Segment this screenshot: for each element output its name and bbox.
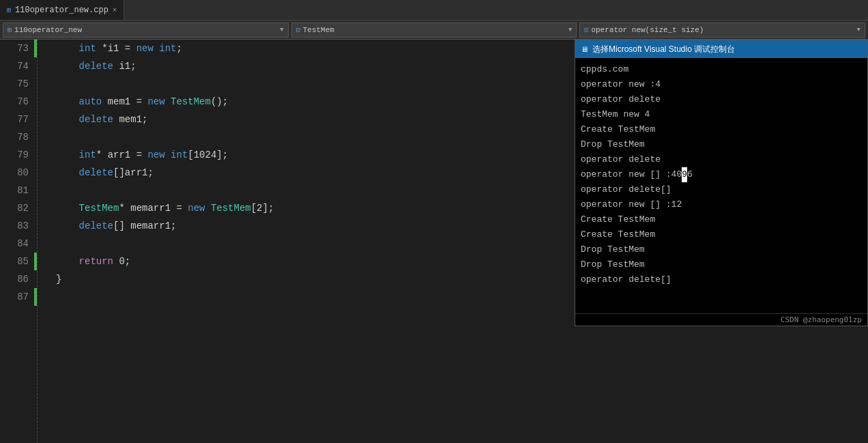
console-line: operator new :4 — [581, 77, 862, 92]
method-dropdown-arrow: ▼ — [568, 27, 572, 33]
scope-line — [38, 199, 49, 217]
console-line: Drop TestMem — [581, 137, 862, 152]
console-output: cppds.comoperator new :4operator deleteT… — [575, 58, 867, 313]
scope-indicator — [37, 40, 49, 443]
console-line: Drop TestMem — [581, 257, 862, 272]
scope-line — [38, 182, 49, 199]
console-line: operator delete[] — [581, 272, 862, 287]
console-line: cppds.com — [581, 62, 862, 77]
tab-filename: 110operator_new.cpp — [15, 5, 108, 15]
line-number: 73 — [5, 40, 29, 57]
debug-console: 🖥 选择Microsoft Visual Studio 调试控制台 cppds.… — [575, 40, 868, 326]
scope-line — [38, 217, 49, 235]
console-line: Create TestMem — [581, 212, 862, 227]
method-icon: ⊡ — [296, 26, 300, 34]
file-dropdown[interactable]: ⊞ 110operator_new ▼ — [3, 23, 289, 38]
console-icon: 🖥 — [581, 45, 588, 53]
line-numbers: 737475767778798081828384858687 — [0, 40, 34, 443]
line-number: 76 — [5, 93, 29, 111]
line-number: 80 — [5, 164, 29, 182]
line-number: 86 — [5, 270, 29, 288]
tab-close-button[interactable]: × — [113, 6, 117, 14]
scope-line — [38, 253, 49, 270]
line-number: 84 — [5, 235, 29, 253]
cursor: 9 — [682, 167, 687, 182]
scope-line — [38, 146, 49, 164]
file-dropdown-arrow: ▼ — [280, 27, 283, 33]
scope-line — [38, 93, 49, 111]
scope-line — [38, 75, 49, 93]
scope-line — [38, 288, 49, 306]
scope-line — [38, 57, 49, 75]
scope-dropdown-arrow: ▼ — [857, 27, 860, 33]
line-number: 78 — [5, 128, 29, 146]
editor-container: 737475767778798081828384858687 int *i1 =… — [0, 40, 868, 443]
method-dropdown-label: TestMem — [303, 26, 334, 34]
console-line: operator delete — [581, 92, 862, 107]
console-title-bar[interactable]: 🖥 选择Microsoft Visual Studio 调试控制台 — [575, 40, 867, 58]
method-dropdown[interactable]: ⊡ TestMem ▼ — [291, 23, 577, 38]
line-number: 74 — [5, 57, 29, 75]
scope-dropdown[interactable]: ⊡ operator new(size_t size) ▼ — [579, 23, 865, 38]
console-footer: CSDN @zhaopeng01zp — [575, 313, 867, 326]
editor-tab[interactable]: ⊞ 110operator_new.cpp × — [0, 0, 124, 20]
line-number: 85 — [5, 253, 29, 270]
scope-line — [38, 164, 49, 182]
line-number: 77 — [5, 111, 29, 128]
scope-dropdown-label: operator new(size_t size) — [591, 26, 704, 34]
toolbar: ⊞ 110operator_new ▼ ⊡ TestMem ▼ ⊡ operat… — [0, 20, 868, 40]
console-line: Create TestMem — [581, 227, 862, 242]
line-number: 81 — [5, 182, 29, 199]
console-title: 选择Microsoft Visual Studio 调试控制台 — [592, 44, 735, 55]
cpp-file-icon: ⊞ — [7, 6, 11, 14]
console-line: operator delete[] — [581, 182, 862, 197]
scope-line — [38, 270, 49, 288]
console-line: operator delete — [581, 152, 862, 167]
console-line: TestMem new 4 — [581, 107, 862, 122]
line-number: 87 — [5, 288, 29, 306]
scope-line — [38, 40, 49, 57]
console-line: operator new [] :12 — [581, 197, 862, 212]
line-number: 82 — [5, 199, 29, 217]
file-icon: ⊞ — [8, 26, 12, 34]
title-bar: ⊞ 110operator_new.cpp × — [0, 0, 868, 20]
scope-icon: ⊡ — [584, 26, 588, 34]
console-line: Drop TestMem — [581, 242, 862, 257]
file-dropdown-label: 110operator_new — [14, 26, 82, 34]
scope-line — [38, 111, 49, 128]
console-line: operator new [] :4096 — [581, 167, 862, 182]
line-number: 79 — [5, 146, 29, 164]
line-number: 75 — [5, 75, 29, 93]
console-line: Create TestMem — [581, 122, 862, 137]
scope-line — [38, 128, 49, 146]
scope-line — [38, 235, 49, 253]
line-number: 83 — [5, 217, 29, 235]
